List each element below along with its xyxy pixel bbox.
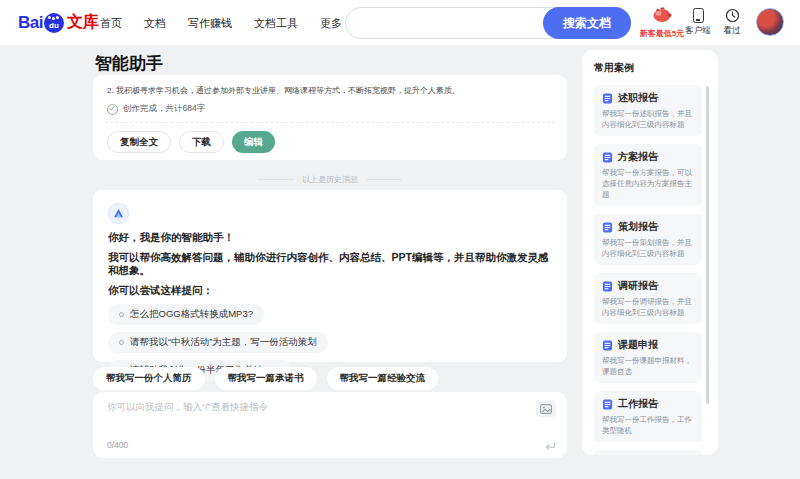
user-avatar[interactable] <box>756 8 784 36</box>
nav-item-writing-earn[interactable]: 写作赚钱 <box>188 16 232 31</box>
assistant-intro: 我可以帮你高效解答问题，辅助你进行内容创作、内容总结、PPT编辑等，并且帮助你激… <box>108 251 552 277</box>
case-desc: 帮我写一份策划报告，并且内容细化到三级内容标题 <box>602 237 694 259</box>
history-tail-text: 2. 我积极寻求学习机会，通过参加外部专业讲座、网络课程等方式，不断拓宽视野，提… <box>93 75 567 96</box>
download-button[interactable]: 下载 <box>179 131 224 153</box>
document-icon <box>602 222 613 233</box>
case-item-diaoyan-report[interactable]: 调研报告 帮我写一份调研报告，并且内容细化到三级内容标题 <box>594 273 702 324</box>
nav-item-docs[interactable]: 文档 <box>144 16 166 31</box>
page-title: 智能助手 <box>95 52 163 75</box>
search-bar: 搜索文档 <box>345 7 631 39</box>
logo-text-du: du <box>49 21 59 30</box>
bullet-circle-icon <box>119 340 124 345</box>
prompt-input-card: 0/400 <box>93 392 567 458</box>
quick-prompt-commitment[interactable]: 帮我写一篇承诺书 <box>215 367 317 390</box>
phone-icon <box>693 8 704 23</box>
baidu-wenku-logo[interactable]: Bai du 文库 <box>18 12 99 33</box>
logo-text-wenku: 文库 <box>67 12 99 33</box>
history-message-card: 2. 我积极寻求学习机会，通过参加外部专业讲座、网络课程等方式，不断拓宽视野，提… <box>93 75 567 160</box>
case-desc: 帮我写一份工作报告，工作类型随机 <box>602 414 694 436</box>
logo-text-bai: Bai <box>18 13 43 33</box>
case-title: 课题申报 <box>618 338 658 352</box>
case-item-gongzuo-report[interactable]: 工作报告 帮我写一份工作报告，工作类型随机 <box>594 391 702 442</box>
edit-button[interactable]: 编辑 <box>232 131 275 153</box>
creation-status: ✓ 创作完成，共计684字 <box>107 103 553 115</box>
case-item-sixiang-huibao[interactable]: 思想汇报 帮我写一份思想汇报 <box>594 450 702 455</box>
clock-icon <box>725 8 740 23</box>
case-title: 工作报告 <box>618 397 658 411</box>
case-desc: 帮我写一份调研报告，并且内容细化到三级内容标题 <box>602 296 694 318</box>
case-list: 述职报告 帮我写一份述职报告，并且内容细化到三级内容标题 方案报告 帮我写一份方… <box>594 85 718 455</box>
document-icon <box>602 93 613 104</box>
quick-prompt-row: 帮我写一份个人简历 帮我写一篇承诺书 帮我写一篇经验交流 <box>93 367 438 390</box>
image-upload-icon[interactable] <box>536 400 556 417</box>
prompt-input[interactable] <box>107 400 527 434</box>
document-icon <box>602 340 613 351</box>
quick-prompt-resume[interactable]: 帮我写一份个人简历 <box>93 367 205 390</box>
history-divider-text: 以上是历史消息 <box>302 174 358 185</box>
promo-label: 新客最低5元 <box>632 28 692 39</box>
char-counter: 0/400 <box>107 440 128 450</box>
status-text: 创作完成，共计684字 <box>123 103 205 115</box>
check-circle-icon: ✓ <box>107 104 118 115</box>
case-item-shuzhi-report[interactable]: 述职报告 帮我写一份述职报告，并且内容细化到三级内容标题 <box>594 85 702 136</box>
common-cases-sidebar: 常用案例 述职报告 帮我写一份述职报告，并且内容细化到三级内容标题 方案报告 帮… <box>582 50 718 455</box>
case-item-cehua-report[interactable]: 策划报告 帮我写一份策划报告，并且内容细化到三级内容标题 <box>594 214 702 265</box>
search-button[interactable]: 搜索文档 <box>543 7 631 39</box>
nav-item-doc-tools[interactable]: 文档工具 <box>254 16 298 31</box>
nav-item-more[interactable]: 更多 <box>320 16 342 31</box>
nav-item-home[interactable]: 首页 <box>100 16 122 31</box>
bullet-circle-icon <box>119 312 124 317</box>
assistant-avatar-icon <box>108 203 129 224</box>
new-customer-promo[interactable]: 新客最低5元 <box>632 6 692 39</box>
example-prompt-text: 怎么把OGG格式转换成MP3? <box>130 308 253 321</box>
history-divider: 以上是历史消息 <box>93 172 567 186</box>
client-label: 客户端 <box>685 25 711 37</box>
case-item-keti-shenbao[interactable]: 课题申报 帮我写一份课题申报材料，课题自选 <box>594 332 702 383</box>
case-title: 述职报告 <box>618 91 658 105</box>
case-desc: 帮我写一份述职报告，并且内容细化到三级内容标题 <box>602 108 694 130</box>
example-prompt-chip[interactable]: 请帮我以“中秋活动”为主题，写一份活动策划 <box>108 332 328 353</box>
document-icon <box>602 399 613 410</box>
dashed-divider <box>105 122 555 123</box>
history-actions: 复制全文 下载 编辑 <box>107 131 553 153</box>
copy-all-button[interactable]: 复制全文 <box>107 131 171 153</box>
divider-line <box>366 179 402 180</box>
assistant-greeting: 你好，我是你的智能助手！ <box>108 231 552 244</box>
viewed-label: 看过 <box>724 25 741 37</box>
document-icon <box>602 281 613 292</box>
assistant-try-label: 你可以尝试这样提问： <box>108 284 552 297</box>
divider-line <box>258 179 294 180</box>
case-title: 调研报告 <box>618 279 658 293</box>
piggy-bank-icon <box>651 6 673 23</box>
case-title: 方案报告 <box>618 150 658 164</box>
viewed-history-menu[interactable]: 看过 <box>722 8 742 37</box>
case-item-fangan-report[interactable]: 方案报告 帮我写一份方案报告，可以选择任意内容为方案报告主题 <box>594 144 702 206</box>
case-desc: 帮我写一份课题申报材料，课题自选 <box>602 355 694 377</box>
example-prompt-chip[interactable]: 怎么把OGG格式转换成MP3? <box>108 304 264 325</box>
main-nav: 首页 文档 写作赚钱 文档工具 更多 <box>100 0 342 46</box>
enter-icon[interactable] <box>544 442 556 452</box>
sidebar-title: 常用案例 <box>594 61 718 75</box>
sidebar-scrollbar[interactable] <box>706 86 709 404</box>
assistant-message-card: 你好，我是你的智能助手！ 我可以帮你高效解答问题，辅助你进行内容创作、内容总结、… <box>93 190 567 362</box>
case-title: 策划报告 <box>618 220 658 234</box>
client-download-menu[interactable]: 客户端 <box>686 8 710 37</box>
example-prompt-text: 请帮我以“中秋活动”为主题，写一份活动策划 <box>130 336 317 349</box>
baidu-paw-icon: du <box>44 13 64 33</box>
case-desc: 帮我写一份方案报告，可以选择任意内容为方案报告主题 <box>602 167 694 200</box>
top-navbar: Bai du 文库 首页 文档 写作赚钱 文档工具 更多 搜索文档 新客最低5元… <box>0 0 800 46</box>
quick-prompt-experience[interactable]: 帮我写一篇经验交流 <box>327 367 439 390</box>
document-icon <box>602 152 613 163</box>
